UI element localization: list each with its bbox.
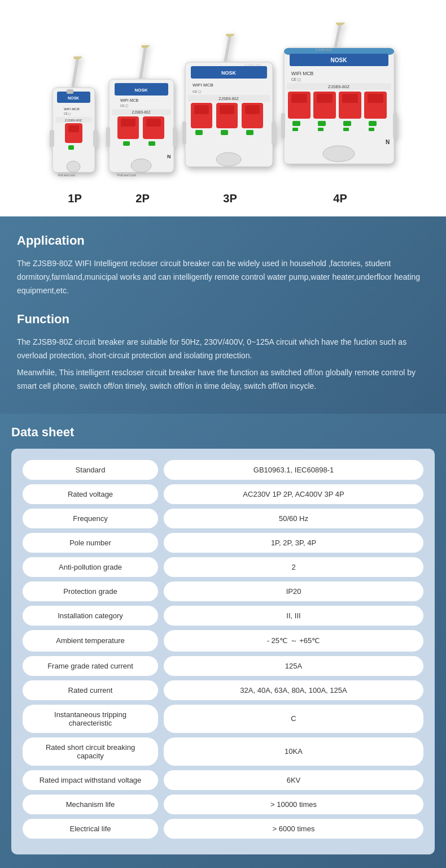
svg-text:NOSK: NOSK bbox=[67, 96, 78, 100]
table-row: Rated short circuit breaking capacity10K… bbox=[23, 737, 423, 766]
function-text1: The ZJSB9-80Z circuit breaker are suitab… bbox=[17, 336, 429, 363]
table-row: Rated impact withstand voltage6KV bbox=[23, 770, 423, 790]
svg-rect-58 bbox=[272, 121, 276, 144]
svg-rect-75 bbox=[342, 94, 358, 103]
svg-rect-88 bbox=[281, 113, 285, 138]
svg-text:ZJSB9-80Z: ZJSB9-80Z bbox=[328, 84, 349, 89]
row-value: 6KV bbox=[164, 770, 423, 790]
svg-rect-15 bbox=[50, 130, 54, 147]
row-label: Electrical life bbox=[23, 819, 158, 839]
row-value: II, III bbox=[164, 606, 423, 626]
svg-text:CE ◻: CE ◻ bbox=[64, 112, 71, 115]
svg-rect-29 bbox=[146, 119, 161, 127]
row-value: 125A bbox=[164, 656, 423, 676]
svg-rect-48 bbox=[194, 105, 209, 114]
row-value: > 10000 times bbox=[164, 795, 423, 814]
svg-rect-11 bbox=[68, 145, 74, 150]
svg-rect-16 bbox=[93, 130, 98, 147]
svg-rect-71 bbox=[291, 94, 307, 103]
function-text2: Meanwhile, This intelligent rescloser ci… bbox=[17, 366, 429, 393]
svg-rect-89 bbox=[393, 113, 397, 138]
row-label: Instantaneous tripping charecteristic bbox=[23, 705, 158, 733]
svg-text:Pull and Lock: Pull and Lock bbox=[58, 173, 76, 177]
row-value: 2 bbox=[164, 557, 423, 577]
svg-rect-53 bbox=[195, 130, 203, 135]
svg-text:CE ◻: CE ◻ bbox=[120, 104, 128, 107]
svg-rect-78 bbox=[292, 121, 300, 126]
svg-point-86 bbox=[323, 146, 355, 162]
svg-rect-36 bbox=[173, 127, 177, 147]
product-2p-label: 2P bbox=[135, 192, 149, 205]
svg-rect-80 bbox=[343, 121, 351, 126]
product-3p: NOSK ZJSB9-80Z WIFI MCB CE ◻ ZJSB9-80Z bbox=[182, 34, 278, 205]
breaker-2p-svg: NOSK WIFI MCB CE ◻ ZJSB9-80Z Pull and Lo… bbox=[106, 45, 180, 186]
datasheet-section: Data sheet StandardGB10963.1, IEC60898-1… bbox=[0, 414, 446, 868]
product-1p: NOSK WIFI MCB CE ◻ ZJSB9-80Z Pull and Lo… bbox=[47, 57, 103, 205]
svg-point-13 bbox=[67, 161, 80, 172]
svg-point-56 bbox=[216, 153, 241, 166]
row-label: Mechanism life bbox=[23, 795, 158, 814]
svg-text:ZJSB9-80Z: ZJSB9-80Z bbox=[64, 119, 82, 122]
svg-rect-50 bbox=[220, 105, 234, 114]
svg-text:CE ◻: CE ◻ bbox=[193, 90, 201, 93]
svg-text:Pull and Lock: Pull and Lock bbox=[117, 173, 136, 177]
row-label: Anti-pollution grade bbox=[23, 557, 158, 577]
row-label: Frame grade rated current bbox=[23, 656, 158, 676]
svg-point-32 bbox=[131, 159, 151, 172]
row-value: C bbox=[164, 705, 423, 733]
svg-text:ZJSB9-80Z: ZJSB9-80Z bbox=[315, 48, 333, 51]
product-3p-label: 3P bbox=[223, 192, 237, 205]
table-row: Protection gradeIP20 bbox=[23, 581, 423, 601]
svg-rect-84 bbox=[343, 128, 349, 131]
product-images-section: NOSK WIFI MCB CE ◻ ZJSB9-80Z Pull and Lo… bbox=[0, 0, 446, 216]
row-value: > 6000 times bbox=[164, 819, 423, 839]
table-row: Rated current32A, 40A, 63A, 80A, 100A, 1… bbox=[23, 680, 423, 700]
svg-rect-27 bbox=[121, 119, 135, 127]
row-value: 1P, 2P, 3P, 4P bbox=[164, 533, 423, 553]
svg-rect-35 bbox=[106, 127, 110, 147]
table-row: Frame grade rated current125A bbox=[23, 656, 423, 676]
svg-text:ZJSB9-80Z: ZJSB9-80Z bbox=[244, 63, 262, 67]
svg-line-37 bbox=[225, 34, 230, 65]
row-label: Frequency bbox=[23, 509, 158, 528]
svg-text:NOSK: NOSK bbox=[330, 57, 347, 63]
table-row: Instantaneous tripping charecteristicC bbox=[23, 705, 423, 733]
svg-rect-54 bbox=[221, 130, 228, 135]
row-label: Rated current bbox=[23, 680, 158, 700]
breaker-3p-svg: NOSK ZJSB9-80Z WIFI MCB CE ◻ ZJSB9-80Z bbox=[182, 34, 278, 186]
svg-line-0 bbox=[72, 57, 78, 90]
table-row: Pole number1P, 2P, 3P, 4P bbox=[23, 533, 423, 553]
svg-rect-82 bbox=[292, 128, 298, 131]
table-row: Installation categoryII, III bbox=[23, 606, 423, 626]
row-label: Protection grade bbox=[23, 581, 158, 601]
row-label: Standard bbox=[23, 460, 158, 480]
row-value: IP20 bbox=[164, 581, 423, 601]
svg-line-17 bbox=[140, 45, 146, 82]
svg-rect-57 bbox=[182, 121, 186, 144]
product-4p-label: 4P bbox=[333, 192, 347, 205]
row-label: Rated voltage bbox=[23, 484, 158, 504]
svg-rect-30 bbox=[123, 141, 130, 146]
function-title: Function bbox=[17, 312, 429, 329]
row-value: AC230V 1P 2P, AC400V 3P 4P bbox=[164, 484, 423, 504]
row-label: Ambient temperature bbox=[23, 630, 158, 652]
row-label: Rated short circuit breaking capacity bbox=[23, 737, 158, 766]
svg-text:WIFI MCB: WIFI MCB bbox=[120, 98, 139, 102]
svg-text:NOSK: NOSK bbox=[221, 70, 236, 76]
svg-rect-79 bbox=[318, 121, 326, 126]
table-row: StandardGB10963.1, IEC60898-1 bbox=[23, 460, 423, 480]
product-1p-label: 1P bbox=[68, 192, 81, 205]
breaker-4p-svg: NOSK ZJSB9-80Z WIFI MCB CE ◻ ZJSB9-80Z bbox=[281, 23, 400, 186]
svg-text:N: N bbox=[386, 139, 390, 145]
svg-text:WIFI MCB: WIFI MCB bbox=[291, 71, 314, 76]
svg-rect-81 bbox=[369, 121, 377, 126]
svg-text:ZJSB9-80Z: ZJSB9-80Z bbox=[132, 110, 150, 114]
application-section: Application The ZJSB9-80Z WIFI Intellige… bbox=[0, 216, 446, 414]
application-text: The ZJSB9-80Z WIFI Intelligent recloser … bbox=[17, 257, 429, 297]
svg-rect-83 bbox=[318, 128, 323, 131]
table-row: Rated voltageAC230V 1P 2P, AC400V 3P 4P bbox=[23, 484, 423, 504]
svg-rect-73 bbox=[317, 94, 333, 103]
svg-rect-52 bbox=[245, 105, 260, 114]
data-table: StandardGB10963.1, IEC60898-1Rated volta… bbox=[11, 449, 435, 854]
svg-rect-55 bbox=[246, 130, 253, 135]
